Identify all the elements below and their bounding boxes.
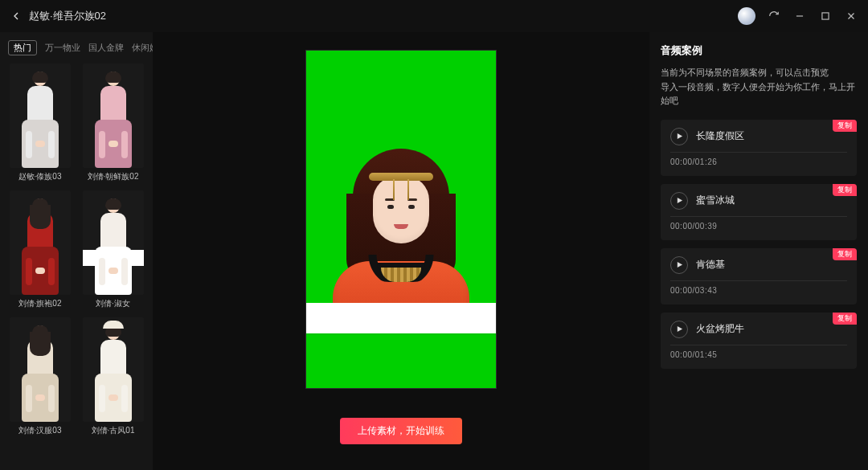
model-card[interactable]: 刘倩·淑女	[81, 190, 145, 309]
model-thumbnail	[83, 190, 144, 295]
model-thumbnail	[10, 63, 71, 168]
model-label: 赵敏·傣族03	[18, 171, 62, 182]
audio-title: 肯德基	[696, 258, 725, 272]
play-button[interactable]	[670, 128, 688, 145]
copy-badge[interactable]: 复制	[833, 248, 857, 260]
model-library-panel: 热门万一物业国人金牌休闲娱乐美食 赵敏·傣族03刘倩·朝鲜族02刘倩·旗袍02刘…	[0, 32, 153, 470]
model-thumbnail	[10, 317, 71, 422]
model-label: 刘倩·古风01	[92, 425, 135, 436]
audio-list: 复制长隆度假区00:00/01:26复制蜜雪冰城00:00/00:39复制肯德基…	[661, 120, 857, 369]
model-card[interactable]: 刘倩·朝鲜族02	[81, 63, 145, 182]
audio-sample-card: 复制火盆烤肥牛00:00/01:45	[661, 313, 857, 369]
stage-desk	[306, 303, 496, 333]
category-tab[interactable]: 国人金牌	[88, 42, 124, 54]
audio-sample-card: 复制长隆度假区00:00/01:26	[661, 120, 857, 176]
model-label: 刘倩·淑女	[96, 298, 130, 309]
user-avatar[interactable]	[738, 7, 755, 25]
maximize-button[interactable]	[818, 9, 833, 23]
svg-marker-5	[677, 198, 682, 203]
model-card[interactable]: 刘倩·汉服03	[8, 317, 72, 436]
audio-time: 00:00/00:39	[670, 222, 847, 231]
preview-canvas-area: 上传素材，开始训练	[153, 32, 649, 470]
audio-panel-title: 音频案例	[661, 43, 857, 58]
titlebar: 赵敏·维吾尔族02	[0, 0, 868, 32]
upload-start-training-button[interactable]: 上传素材，开始训练	[340, 418, 462, 444]
svg-marker-7	[677, 326, 682, 332]
audio-panel-description: 当前为不同场景的音频案例，可以点击预览 导入一段音频，数字人便会开始为你工作，马…	[661, 66, 857, 108]
minimize-button[interactable]	[792, 9, 807, 23]
audio-samples-panel: 音频案例 当前为不同场景的音频案例，可以点击预览 导入一段音频，数字人便会开始为…	[649, 32, 868, 470]
model-thumbnail	[10, 190, 71, 295]
audio-sample-card: 复制肯德基00:00/03:43	[661, 248, 857, 304]
svg-marker-6	[677, 262, 682, 268]
audio-title: 长隆度假区	[696, 129, 744, 143]
model-label: 刘倩·汉服03	[18, 425, 62, 436]
play-button[interactable]	[670, 321, 688, 338]
play-button[interactable]	[670, 256, 688, 274]
greenscreen-stage[interactable]	[305, 50, 497, 389]
model-label: 刘倩·旗袍02	[18, 298, 62, 309]
svg-rect-1	[822, 13, 829, 19]
model-card[interactable]: 刘倩·旗袍02	[8, 190, 72, 309]
audio-time: 00:00/03:43	[670, 286, 847, 295]
audio-title: 火盆烤肥牛	[696, 322, 744, 336]
category-tab[interactable]: 万一物业	[45, 42, 80, 54]
model-label: 刘倩·朝鲜族02	[88, 171, 139, 182]
play-button[interactable]	[670, 192, 688, 210]
audio-time: 00:00/01:26	[670, 157, 847, 166]
model-card[interactable]: 刘倩·古风01	[81, 317, 145, 436]
copy-badge[interactable]: 复制	[833, 313, 857, 325]
copy-badge[interactable]: 复制	[833, 184, 857, 196]
model-thumbnail	[83, 63, 144, 168]
svg-marker-4	[677, 133, 682, 139]
category-tab[interactable]: 热门	[8, 40, 37, 55]
model-grid: 赵敏·傣族03刘倩·朝鲜族02刘倩·旗袍02刘倩·淑女刘倩·汉服03刘倩·古风0…	[8, 63, 145, 436]
model-card[interactable]: 赵敏·傣族03	[8, 63, 72, 182]
page-title: 赵敏·维吾尔族02	[29, 9, 106, 23]
audio-sample-card: 复制蜜雪冰城00:00/00:39	[661, 184, 857, 240]
main-layout: 热门万一物业国人金牌休闲娱乐美食 赵敏·傣族03刘倩·朝鲜族02刘倩·旗袍02刘…	[0, 32, 868, 470]
model-thumbnail	[83, 317, 144, 422]
close-button[interactable]	[844, 9, 858, 23]
copy-badge[interactable]: 复制	[833, 120, 857, 132]
category-tab[interactable]: 休闲娱乐	[132, 42, 153, 54]
back-button[interactable]	[10, 10, 23, 22]
audio-title: 蜜雪冰城	[696, 194, 735, 207]
audio-time: 00:00/01:45	[670, 350, 847, 359]
refresh-button[interactable]	[767, 9, 781, 23]
category-tabs: 热门万一物业国人金牌休闲娱乐美食	[8, 40, 145, 55]
